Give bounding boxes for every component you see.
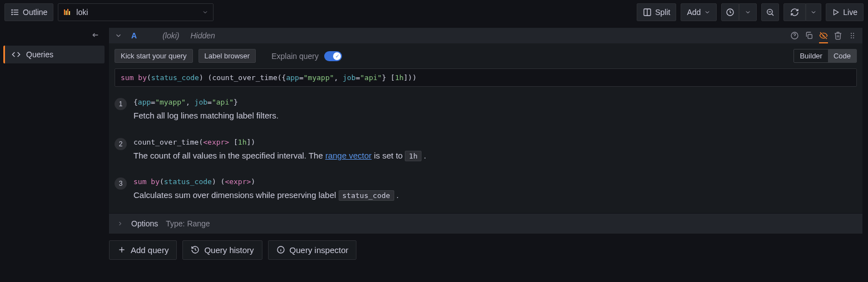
collapse-query-icon[interactable] — [115, 32, 122, 39]
options-label: Options — [131, 219, 158, 228]
explain-query-toggle[interactable]: ✓ — [324, 51, 342, 61]
play-icon — [832, 8, 840, 16]
kick-start-button[interactable]: Kick start your query — [115, 49, 193, 63]
explain-step: 2 count_over_time(<expr> [1h]) The count… — [115, 132, 857, 172]
explain-text: The count of all values in the specified… — [133, 150, 857, 162]
svg-point-27 — [853, 37, 854, 38]
range-pill: 1h — [405, 151, 421, 161]
time-range-dropdown[interactable] — [739, 3, 757, 21]
editor-mode-segment: Builder Code — [793, 49, 857, 63]
mode-code[interactable]: Code — [828, 50, 856, 62]
options-row[interactable]: Options Type: Range — [109, 213, 862, 234]
copy-icon[interactable] — [805, 31, 814, 40]
live-label: Live — [843, 8, 857, 17]
run-query-dropdown[interactable] — [806, 3, 821, 21]
svg-rect-6 — [64, 9, 65, 15]
step-number: 3 — [115, 177, 127, 190]
query-inspector-button[interactable]: Query inspector — [268, 240, 357, 260]
time-range-button[interactable] — [721, 3, 739, 21]
add-query-label: Add query — [131, 245, 168, 255]
zoom-out-button[interactable] — [761, 3, 779, 21]
live-button[interactable]: Live — [826, 3, 864, 21]
mode-builder[interactable]: Builder — [794, 50, 827, 62]
chevron-down-icon — [810, 9, 817, 16]
add-button[interactable]: Add — [681, 3, 717, 21]
explain-code: count_over_time(<expr> [1h]) — [133, 138, 857, 146]
datasource-selector[interactable]: loki — [58, 3, 214, 21]
query-history-button[interactable]: Query history — [182, 240, 262, 260]
explain-query-label: Explain query — [271, 52, 319, 61]
query-ref-label[interactable]: A — [128, 31, 140, 40]
chevron-down-icon — [202, 9, 209, 16]
loki-logo-icon — [63, 8, 72, 17]
outline-icon — [11, 8, 19, 17]
help-icon[interactable] — [790, 31, 799, 40]
svg-point-23 — [853, 33, 854, 34]
code-icon — [12, 50, 21, 59]
explain-step: 1 {app="myapp", job="api"} Fetch all log… — [115, 92, 857, 132]
svg-point-24 — [851, 35, 852, 36]
add-label: Add — [687, 8, 701, 17]
step-number: 1 — [115, 98, 127, 110]
explain-text: Calculates sum over dimensions while pre… — [133, 189, 857, 202]
outline-button[interactable]: Outline — [4, 3, 53, 21]
svg-rect-9 — [69, 11, 70, 15]
history-icon — [191, 245, 200, 254]
svg-point-22 — [851, 33, 852, 34]
drag-handle-icon[interactable] — [848, 31, 857, 40]
chevron-down-icon — [704, 9, 711, 16]
svg-point-3 — [12, 9, 12, 10]
plus-icon — [117, 245, 126, 254]
query-status: Hidden — [190, 31, 215, 40]
explain-code: sum by(status_code) (<expr>) — [133, 177, 857, 186]
svg-point-26 — [851, 37, 852, 38]
sidebar-item-queries[interactable]: Queries — [3, 46, 105, 63]
add-query-button[interactable]: Add query — [109, 240, 177, 260]
label-browser-button[interactable]: Label browser — [199, 49, 256, 63]
svg-rect-7 — [66, 11, 67, 15]
query-ds-hint: (loki) — [162, 31, 179, 40]
explain-section: 1 {app="myapp", job="api"} Fetch all log… — [109, 92, 862, 213]
refresh-icon — [790, 8, 799, 17]
split-label: Split — [655, 8, 670, 17]
svg-rect-21 — [808, 34, 812, 38]
datasource-name: loki — [76, 8, 88, 17]
svg-point-25 — [853, 35, 854, 36]
svg-line-14 — [772, 14, 773, 16]
chevron-down-icon — [745, 9, 751, 16]
svg-point-5 — [12, 14, 12, 14]
explain-text: Fetch all log lines matching label filte… — [133, 110, 857, 122]
step-number: 2 — [115, 138, 127, 150]
explain-step: 3 sum by(status_code) (<expr>) Calculate… — [115, 172, 857, 207]
delete-icon[interactable] — [834, 31, 842, 40]
svg-marker-16 — [834, 9, 839, 14]
explain-code: {app="myapp", job="api"} — [133, 98, 857, 106]
range-vector-link[interactable]: range vector — [325, 151, 371, 160]
split-icon — [643, 8, 652, 17]
query-panel: A (loki) Hidden Kick start your query La… — [109, 28, 862, 234]
info-icon — [276, 245, 285, 254]
run-query-button[interactable] — [783, 3, 806, 21]
zoom-out-icon — [766, 8, 775, 17]
query-history-label: Query history — [204, 245, 254, 255]
outline-label: Outline — [23, 8, 47, 17]
clock-icon — [726, 8, 735, 17]
query-expression-input[interactable]: sum by(status_code) (count_over_time({ap… — [115, 68, 857, 87]
sidebar-item-label: Queries — [26, 50, 53, 59]
label-pill: status_code — [339, 190, 394, 201]
chevron-right-icon — [117, 220, 123, 227]
query-inspector-label: Query inspector — [290, 245, 349, 255]
options-type: Type: Range — [166, 219, 210, 228]
sidebar: Queries — [0, 24, 106, 282]
svg-point-4 — [12, 12, 12, 12]
hide-query-icon[interactable] — [819, 31, 828, 43]
collapse-sidebar-icon[interactable] — [90, 30, 100, 40]
split-button[interactable]: Split — [637, 3, 676, 21]
svg-rect-8 — [67, 9, 68, 15]
